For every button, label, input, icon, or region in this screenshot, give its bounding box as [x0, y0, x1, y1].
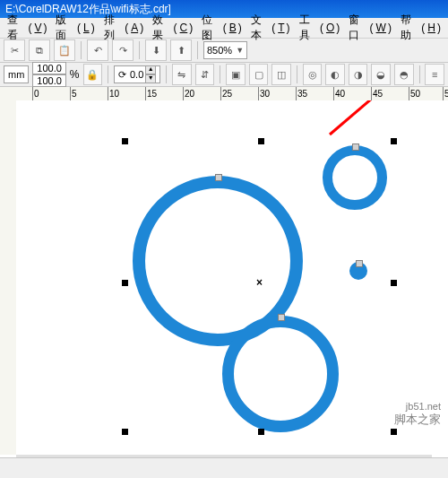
separator: [419, 65, 420, 83]
simplify-icon: ◒: [376, 69, 385, 81]
statusbar: [0, 457, 448, 478]
separator: [166, 65, 167, 83]
ungroup-icon: ▢: [254, 69, 263, 81]
trim-icon: ◐: [331, 69, 340, 81]
intersect-button[interactable]: ◑: [349, 64, 368, 85]
lock-icon: 🔒: [86, 69, 99, 81]
align-icon: ≡: [432, 69, 437, 80]
redo-icon: ↷: [119, 45, 127, 56]
undo-button[interactable]: ↶: [87, 39, 108, 61]
separator: [197, 41, 198, 59]
flip-v-icon: ⇵: [201, 69, 209, 81]
front-minus-icon: ◓: [400, 69, 409, 81]
rotation-field[interactable]: ⟳ 0.0 ▲▼: [114, 65, 160, 83]
ungroup-all-button[interactable]: ◫: [271, 64, 291, 85]
scale-x-field[interactable]: 100.0: [32, 62, 66, 74]
scale-y-field[interactable]: 100.0: [32, 74, 66, 87]
group-button[interactable]: ▣: [226, 64, 246, 85]
watermark-url: jb51.net: [394, 401, 441, 412]
separator: [297, 65, 297, 83]
watermark: jb51.net 脚本之家: [394, 401, 441, 428]
group-icon: ▣: [231, 69, 240, 81]
mirror-h-button[interactable]: ⇋: [172, 64, 192, 85]
ungroup-all-icon: ◫: [277, 69, 286, 81]
toolbar-properties: mm 100.0 100.0 % 🔒 ⟳ 0.0 ▲▼ ⇋ ⇵ ▣ ▢ ◫ ◎ …: [0, 63, 448, 87]
cut-button[interactable]: ✂: [4, 39, 25, 61]
mirror-v-button[interactable]: ⇵: [195, 64, 215, 85]
drawing-canvas[interactable]: × jb51.net 脚本之家: [16, 100, 448, 455]
simplify-button[interactable]: ◒: [371, 64, 391, 85]
rotation-spinner[interactable]: ▲▼: [145, 65, 156, 83]
rotate-icon: ⟳: [118, 69, 126, 81]
sel-handle-e[interactable]: [391, 280, 397, 286]
separator: [108, 65, 108, 83]
weld-icon: ◎: [308, 69, 317, 81]
sel-handle-ne[interactable]: [391, 138, 397, 144]
separator: [220, 65, 220, 83]
flip-h-icon: ⇋: [177, 69, 185, 81]
export-icon: ⬆: [177, 45, 185, 56]
redo-button[interactable]: ↷: [112, 39, 134, 61]
node-medium-ring[interactable]: [278, 314, 285, 321]
copy-button[interactable]: ⧉: [29, 39, 50, 61]
separator: [81, 41, 82, 59]
undo-icon: ↶: [94, 45, 102, 56]
trim-button[interactable]: ◐: [325, 64, 345, 85]
sel-handle-nw[interactable]: [122, 138, 128, 144]
chevron-down-icon: ▼: [236, 46, 244, 55]
menu-text[interactable]: 文本(T): [247, 12, 294, 44]
svg-line-0: [330, 100, 403, 135]
sel-handle-se[interactable]: [391, 429, 397, 435]
small-ring[interactable]: [323, 145, 387, 210]
import-button[interactable]: ⬇: [145, 39, 167, 61]
paste-button[interactable]: 📋: [54, 39, 75, 61]
annotation-arrow: [312, 100, 419, 142]
menubar: 查看(V) 版面(L) 排列(A) 效果(C) 位图(B) 文本(T) 工具(O…: [0, 18, 448, 39]
menu-bitmap[interactable]: 位图(B): [198, 12, 245, 44]
percent-label: %: [70, 68, 80, 81]
lock-ratio-button[interactable]: 🔒: [83, 64, 103, 85]
clipboard-icon: 📋: [58, 45, 71, 56]
width-field[interactable]: mm: [4, 65, 29, 83]
watermark-text: 脚本之家: [394, 412, 441, 428]
zoom-combo[interactable]: 850% ▼: [203, 41, 247, 59]
sel-center[interactable]: ×: [256, 276, 263, 289]
front-minus-button[interactable]: ◓: [394, 64, 414, 85]
medium-ring[interactable]: [222, 316, 339, 432]
intersect-icon: ◑: [354, 69, 363, 81]
node-dot[interactable]: [356, 260, 363, 267]
ungroup-button[interactable]: ▢: [249, 64, 269, 85]
sel-handle-sw[interactable]: [122, 429, 128, 435]
node-small-ring[interactable]: [352, 143, 359, 151]
copy-icon: ⧉: [36, 45, 43, 56]
scissors-icon: ✂: [11, 45, 19, 56]
ruler-vertical[interactable]: [0, 100, 17, 455]
sel-handle-w[interactable]: [122, 280, 128, 286]
sel-handle-s[interactable]: [258, 429, 264, 435]
sel-handle-n[interactable]: [258, 138, 264, 144]
import-icon: ⬇: [152, 45, 160, 56]
menu-window[interactable]: 窗口(W): [345, 12, 395, 44]
menu-help[interactable]: 帮助(H): [397, 12, 444, 44]
separator: [139, 41, 140, 59]
align-button[interactable]: ≡: [425, 64, 444, 85]
export-button[interactable]: ⬆: [170, 39, 192, 61]
weld-button[interactable]: ◎: [303, 64, 323, 85]
menu-tools[interactable]: 工具(O): [296, 12, 344, 44]
node-large-ring[interactable]: [215, 174, 222, 181]
zoom-value: 850%: [207, 45, 232, 56]
